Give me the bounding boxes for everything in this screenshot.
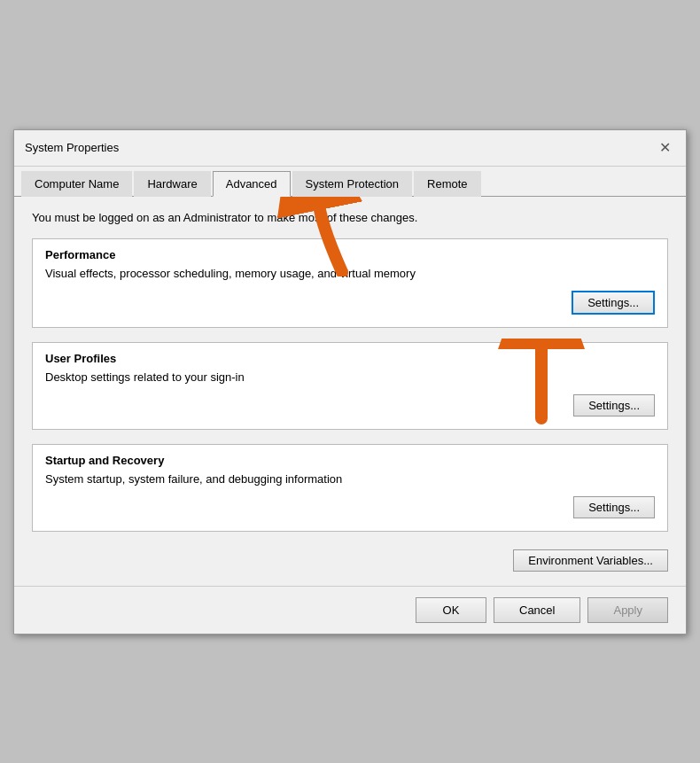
user-profiles-settings-button[interactable]: Settings...	[573, 394, 655, 417]
startup-recovery-desc: System startup, system failure, and debu…	[45, 472, 655, 486]
tab-system-protection[interactable]: System Protection	[292, 171, 413, 197]
startup-recovery-settings-button[interactable]: Settings...	[573, 496, 655, 518]
performance-section: Performance Visual effects, processor sc…	[32, 238, 668, 328]
ok-button[interactable]: OK	[416, 597, 486, 623]
system-properties-dialog: System Properties ✕ Computer Name Hardwa…	[13, 129, 687, 635]
tab-computer-name[interactable]: Computer Name	[21, 171, 132, 197]
title-bar: System Properties ✕	[14, 130, 686, 167]
apply-button[interactable]: Apply	[587, 597, 668, 623]
startup-recovery-section: Startup and Recovery System startup, sys…	[32, 444, 668, 532]
performance-settings-button[interactable]: Settings...	[572, 291, 655, 315]
tab-advanced[interactable]: Advanced	[213, 171, 291, 197]
startup-recovery-title: Startup and Recovery	[45, 454, 655, 467]
tab-content: PTL You must be logged on as an Administ…	[14, 197, 686, 586]
tab-bar: Computer Name Hardware Advanced System P…	[14, 167, 686, 197]
user-profiles-section: User Profiles Desktop settings related t…	[32, 342, 668, 430]
close-button[interactable]: ✕	[654, 137, 675, 159]
bottom-button-bar: OK Cancel Apply	[14, 586, 686, 634]
environment-variables-button[interactable]: Environment Variables...	[513, 549, 668, 572]
user-profiles-title: User Profiles	[45, 352, 655, 365]
user-profiles-desc: Desktop settings related to your sign-in	[45, 370, 655, 384]
performance-desc: Visual effects, processor scheduling, me…	[45, 267, 655, 280]
window-title: System Properties	[25, 141, 119, 154]
performance-title: Performance	[45, 248, 655, 261]
admin-notice: You must be logged on as an Administrato…	[32, 211, 668, 224]
tab-hardware[interactable]: Hardware	[134, 171, 210, 197]
env-variables-area: Environment Variables...	[32, 546, 668, 572]
tab-remote[interactable]: Remote	[414, 171, 481, 197]
cancel-button[interactable]: Cancel	[494, 597, 580, 623]
